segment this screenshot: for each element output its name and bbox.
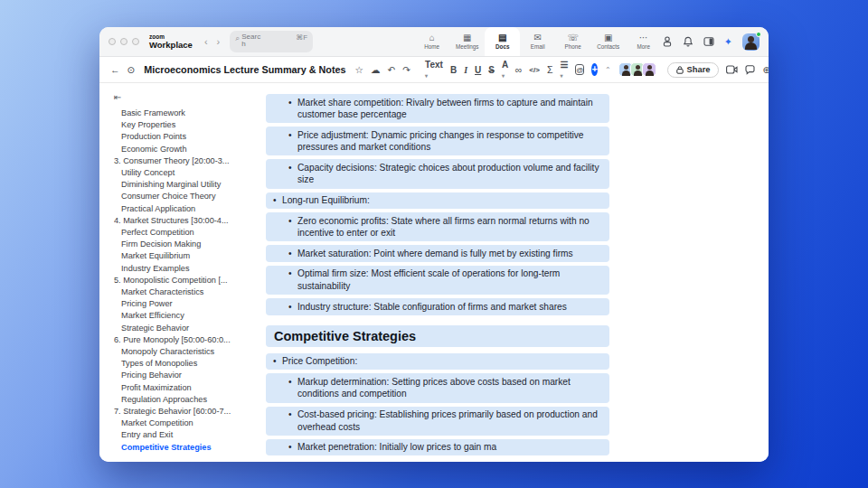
sidebar-item[interactable]: Pricing Power [114,298,255,310]
sidebar-item[interactable]: Consumer Choice Theory [114,191,255,202]
bullet-row[interactable]: •Capacity decisions: Strategic choices a… [266,159,609,188]
back-icon[interactable]: ← [110,65,120,75]
collapse-outline-icon[interactable]: ⇤ [114,92,255,102]
bullet-row[interactable]: •Market share competition: Rivalry betwe… [266,94,609,123]
collapse-toolbar-icon[interactable]: ⌃ [605,66,611,74]
tab-home[interactable]: ⌂Home [414,27,449,56]
bullet-row[interactable]: •Long-run Equilibrium: [266,192,609,210]
user-avatar[interactable] [742,33,760,51]
insert-plus-button[interactable]: + [591,63,597,76]
sidebar-item[interactable]: 4. Market Structures [30:00-4... [114,215,255,227]
sidebar-item[interactable]: Types of Monopolies [114,358,255,370]
sidebar-item[interactable]: 6. Pure Monopoly [50:00-60:0... [114,334,255,346]
share-label: Share [687,65,711,74]
bullet-text: Industry structure: Stable configuration… [297,301,602,314]
window-minimize-button[interactable] [120,38,127,45]
window-zoom-button[interactable] [132,38,139,45]
bullet-text: Long-run Equilibrium: [282,194,602,207]
sidebar-item[interactable]: Market Characteristics [114,286,255,298]
bullet-row[interactable]: •Cost-based pricing: Establishing prices… [266,407,609,436]
sidebar-item[interactable]: 5. Monopolistic Competition [... [114,275,255,286]
tab-more[interactable]: ⋯More [626,27,661,56]
tab-docs[interactable]: ▤Docs [485,27,520,56]
sidebar-item[interactable]: Basic Framework [114,108,255,119]
bullet-row[interactable]: •Markup determination: Setting prices ab… [266,373,609,402]
online-status-dot [756,32,761,37]
video-call-icon[interactable] [726,65,738,74]
search-input[interactable]: ⌕ Search ⌘F [230,31,313,52]
zoom-workplace-logo: zoom Workplace [149,34,193,50]
notifications-bell-icon[interactable] [683,36,693,47]
bullet-row[interactable]: •Market saturation: Point where demand i… [266,245,609,262]
sidebar-item[interactable]: Perfect Competition [114,227,255,239]
sidebar-item[interactable]: Economic Growth [114,144,255,155]
docs-home-icon[interactable]: ⊙ [127,65,136,75]
bold-icon[interactable]: B [450,65,457,75]
sidebar-item[interactable]: Pricing Behavior [114,370,255,381]
bullet-row[interactable]: •Industry structure: Stable configuratio… [266,298,609,315]
text-style-dropdown[interactable]: Text ▾ [425,60,443,80]
sidebar-item[interactable]: Strategic Behavior [114,323,255,334]
bullet-text: Capacity decisions: Strategic choices ab… [297,162,602,186]
sidebar-item[interactable]: Market Competition [114,418,255,429]
comment-icon[interactable]: @ [575,64,584,75]
sidebar-item[interactable]: Market Efficiency [114,310,255,322]
chat-icon[interactable] [745,65,755,75]
sidebar-item[interactable]: Production Points [114,131,255,143]
sidebar-item[interactable]: Entry and Exit [114,429,255,441]
bullet-text: Market penetration: Initially low prices… [297,441,602,454]
link-icon[interactable]: ∞ [515,65,523,75]
undo-icon[interactable]: ↶ [387,65,395,75]
redo-icon[interactable]: ↷ [402,65,410,75]
nav-forward-button[interactable]: › [217,36,221,47]
document-content: •Market share competition: Rivalry betwe… [259,83,769,462]
sidebar-item[interactable]: Practical Application [114,203,255,215]
underline-icon[interactable]: U [475,65,481,75]
sidebar-item[interactable]: Regulation Approaches [114,394,255,406]
assistant-icon[interactable] [662,36,673,47]
bullet-text: Price adjustment: Dynamic pricing change… [297,129,602,154]
bullet-row[interactable]: •Price adjustment: Dynamic pricing chang… [266,127,609,155]
bullet-dot: • [273,194,282,207]
sidebar-item[interactable]: Firm Decision Making [114,239,255,250]
sidebar-item[interactable]: Key Properties [114,119,255,131]
nav-back-button[interactable]: ‹ [204,36,208,47]
globe-icon[interactable]: ⊕ [762,65,769,75]
tab-label: More [637,43,650,50]
sidebar-item[interactable]: 7. Strategic Behavior [60:00-7... [114,406,255,418]
bullet-row[interactable]: •Price Competition: [266,353,609,371]
bullet-row[interactable]: •Zero economic profits: State where all … [266,212,609,241]
window-close-button[interactable] [108,38,116,45]
bullet-dot: • [288,267,297,292]
sidebar-item[interactable]: Profit Maximization [114,382,255,394]
tab-contacts[interactable]: ▣Contacts [590,27,626,56]
tab-phone[interactable]: ☏Phone [555,27,590,56]
sidebar-item[interactable]: Monopoly Characteristics [114,346,255,358]
panel-toggle-icon[interactable] [703,36,714,47]
document-title: Microeconomics Lecture Summary & Notes [144,64,345,75]
text-color-icon[interactable]: A ▾ [502,60,508,80]
strikethrough-icon[interactable]: S [488,65,495,75]
sidebar-item[interactable]: Utility Concept [114,167,255,179]
bullet-text: Market share competition: Rivalry betwee… [297,97,602,121]
tab-meetings[interactable]: ▦Meetings [449,27,485,56]
italic-icon[interactable]: I [464,65,467,75]
align-icon[interactable]: ☰ ▾ [560,60,568,80]
titlebar: zoom Workplace ‹ › ⌕ Search ⌘F ⌂Home▦Mee… [99,27,769,57]
sidebar-item[interactable]: Market Equilibrium [114,250,255,262]
more-icon: ⋯ [639,33,648,42]
ai-companion-icon[interactable]: ✦ [724,37,732,47]
bullet-row[interactable]: •Market penetration: Initially low price… [266,439,609,456]
collaborator-avatar[interactable] [642,62,656,77]
sidebar-item[interactable]: 3. Consumer Theory [20:00-3... [114,155,255,167]
share-button[interactable]: Share [667,62,720,78]
sidebar-item[interactable]: Diminishing Marginal Utility [114,179,255,191]
sidebar-item[interactable]: Competitive Strategies [114,442,255,454]
favorite-star-icon[interactable]: ☆ [355,65,363,75]
bullet-row[interactable]: •Optimal firm size: Most efficient scale… [266,266,609,295]
formula-icon[interactable]: Σ [547,65,553,75]
code-icon[interactable]: </> [529,65,540,75]
email-icon: ✉ [534,33,542,42]
tab-email[interactable]: ✉Email [520,27,555,56]
sidebar-item[interactable]: Industry Examples [114,263,255,275]
